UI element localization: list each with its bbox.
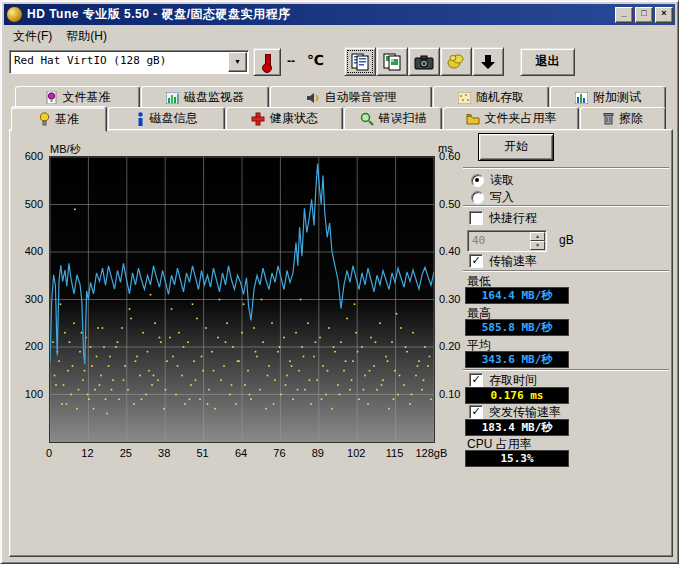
radio-icon[interactable] [471, 174, 484, 187]
maximize-button[interactable]: □ [635, 7, 653, 23]
drive-select-value: Red Hat VirtIO (128 gB) [14, 54, 166, 67]
max-value: 585.8 MB/秒 [465, 319, 569, 336]
folder-icon [466, 113, 480, 125]
transfer-rate-checkbox[interactable]: ✓ 传输速率 [469, 254, 537, 268]
tab-label: 磁盘监视器 [184, 89, 244, 106]
left-tick: 600 [25, 150, 43, 162]
separator [463, 167, 669, 169]
left-axis-ticks: 600500400300200100 [11, 156, 45, 448]
tab-label: 文件基准 [63, 89, 111, 106]
x-tick: 0 [46, 447, 52, 459]
x-tick: 51 [196, 447, 208, 459]
tab-label: 擦除 [619, 110, 643, 127]
menu-bar: 文件(F) 帮助(H) [5, 26, 674, 46]
read-radio[interactable]: 读取 [471, 173, 514, 187]
x-tick: 115 [386, 447, 404, 459]
menu-file[interactable]: 文件(F) [7, 26, 58, 47]
trash-icon [603, 112, 614, 125]
tab-folder-usage[interactable]: 文件夹占用率 [443, 107, 579, 130]
checkbox-icon[interactable]: ✓ [469, 405, 483, 419]
tab-extra-tests[interactable]: 附加测试 [550, 86, 666, 109]
copy-text-button[interactable] [344, 47, 376, 76]
tab-erase[interactable]: 擦除 [580, 107, 666, 130]
transfer-rate-label: 传输速率 [489, 253, 537, 270]
right-tick: 0.60 [439, 150, 460, 162]
right-tick: 0.20 [439, 340, 460, 352]
screenshot-button[interactable] [408, 47, 440, 76]
chart-canvas [50, 157, 434, 442]
title-bar: HD Tune 专业版 5.50 - 硬盘/固态硬盘实用程序 _ □ × [4, 4, 675, 25]
tab-label: 基准 [55, 111, 79, 128]
x-tick: 12 [81, 447, 93, 459]
checkbox-icon[interactable] [469, 211, 483, 225]
file-benchmark-icon [45, 91, 58, 104]
tab-health[interactable]: 健康状态 [226, 107, 343, 130]
options-button[interactable] [440, 47, 472, 76]
left-tick: 200 [25, 340, 43, 352]
speaker-icon [306, 92, 320, 104]
burst-rate-checkbox[interactable]: ✓ 突发传输速率 [469, 405, 561, 419]
tab-random-access[interactable]: 随机存取 [433, 86, 549, 109]
right-tick: 0.10 [439, 388, 460, 400]
drive-select[interactable]: Red Hat VirtIO (128 gB) ▼ [9, 50, 249, 74]
x-tick: 76 [273, 447, 285, 459]
x-axis-ticks: 012253851647689102115128gB [49, 447, 433, 461]
short-stroke-spinner[interactable]: 40 ▲ ▼ [467, 230, 547, 252]
temperature-unit: ℃ [307, 52, 324, 68]
tab-disk-info[interactable]: 磁盘信息 [108, 107, 225, 130]
burst-rate-label: 突发传输速率 [489, 404, 561, 421]
temperature-button[interactable] [253, 48, 281, 76]
x-tick: 89 [312, 447, 324, 459]
window-title: HD Tune 专业版 5.50 - 硬盘/固态硬盘实用程序 [27, 6, 290, 23]
separator [463, 270, 669, 272]
tab-error-scan[interactable]: 错误扫描 [344, 107, 442, 130]
radio-icon[interactable] [471, 191, 484, 204]
random-access-icon [458, 92, 471, 104]
read-radio-label: 读取 [490, 172, 514, 189]
copy-image-button[interactable] [376, 47, 408, 76]
avg-value: 343.6 MB/秒 [465, 351, 569, 368]
tab-disk-monitor[interactable]: 磁盘监视器 [141, 86, 269, 109]
temperature-value: -- [287, 54, 295, 68]
left-tick: 100 [25, 388, 43, 400]
checkbox-icon[interactable]: ✓ [469, 254, 483, 268]
access-time-value: 0.176 ms [465, 387, 569, 404]
right-tick: 0.50 [439, 198, 460, 210]
write-radio[interactable]: 写入 [471, 190, 514, 204]
disk-info-icon [136, 112, 145, 126]
exit-button[interactable]: 退出 [520, 48, 575, 76]
minimize-button[interactable]: _ [615, 7, 633, 23]
chevron-down-icon[interactable]: ▼ [228, 52, 247, 72]
disk-monitor-icon [166, 92, 179, 104]
tab-label: 自动噪音管理 [325, 89, 397, 106]
spin-up-icon[interactable]: ▲ [530, 232, 545, 241]
access-time-checkbox[interactable]: ✓ 存取时间 [469, 373, 537, 387]
thermometer-icon [262, 53, 272, 71]
right-tick: 0.30 [439, 293, 460, 305]
save-button[interactable] [472, 47, 504, 76]
app-window: HD Tune 专业版 5.50 - 硬盘/固态硬盘实用程序 _ □ × 文件(… [0, 0, 679, 564]
spin-down-icon[interactable]: ▼ [530, 241, 545, 250]
short-stroke-value: 40 [472, 234, 485, 247]
checkbox-icon[interactable]: ✓ [469, 373, 483, 387]
short-stroke-checkbox[interactable]: 快捷行程 [469, 211, 537, 225]
x-tick: 102 [347, 447, 365, 459]
tab-label: 健康状态 [270, 110, 318, 127]
extra-tests-icon [575, 92, 588, 104]
tab-benchmark[interactable]: 基准 [11, 106, 107, 132]
cpu-usage-value: 15.3% [465, 450, 569, 467]
tab-label: 附加测试 [593, 89, 641, 106]
start-button[interactable]: 开始 [478, 133, 554, 161]
left-tick: 400 [25, 245, 43, 257]
tab-label: 错误扫描 [379, 110, 427, 127]
close-button[interactable]: × [655, 7, 673, 23]
tab-label: 随机存取 [476, 89, 524, 106]
separator [463, 205, 669, 207]
menu-help[interactable]: 帮助(H) [60, 26, 113, 47]
x-tick: 25 [120, 447, 132, 459]
tab-label: 磁盘信息 [150, 110, 198, 127]
tab-auto-acoustic[interactable]: 自动噪音管理 [270, 86, 432, 109]
hand-icon [446, 53, 466, 71]
health-cross-icon [251, 112, 265, 126]
burst-rate-value: 183.4 MB/秒 [465, 419, 569, 436]
